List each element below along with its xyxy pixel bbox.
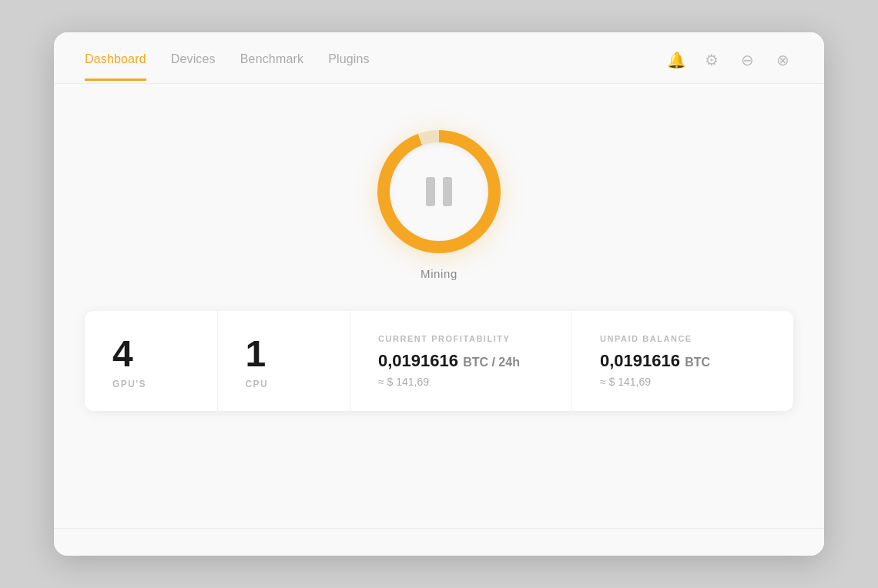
balance-btc: 0,0191616 BTC [600, 351, 766, 371]
nav-dashboard[interactable]: Dashboard [85, 52, 146, 81]
mining-button[interactable] [377, 130, 501, 253]
main-content: Mining 4 GPU'S 1 CPU CURRENT PROFITABILI… [54, 84, 824, 528]
pause-icon [426, 177, 452, 206]
profitability-unit: BTC / 24h [463, 356, 520, 369]
minimize-icon[interactable]: ⊖ [736, 49, 758, 71]
nav-devices[interactable]: Devices [171, 52, 216, 81]
profitability-title: CURRENT PROFITABILITY [378, 334, 544, 343]
mining-label: Mining [421, 267, 457, 280]
nav-benchmark[interactable]: Benchmark [240, 52, 303, 81]
gpu-label: GPU'S [112, 379, 196, 389]
app-window: Dashboard Devices Benchmark Plugins 🔔 ⚙ … [54, 32, 824, 556]
stat-balance: UNPAID BALANCE 0,0191616 BTC ≈ $ 141,69 [572, 311, 793, 411]
nav-bar: Dashboard Devices Benchmark Plugins 🔔 ⚙ … [54, 32, 824, 84]
cpu-count: 1 [246, 336, 329, 373]
pause-bar-left [426, 177, 435, 206]
close-icon[interactable]: ⊗ [772, 49, 793, 71]
profitability-usd: ≈ $ 141,69 [378, 376, 544, 388]
stat-cpu: 1 CPU [218, 311, 351, 411]
stat-gpu: 4 GPU'S [85, 311, 218, 411]
gpu-count: 4 [112, 336, 196, 373]
balance-unit: BTC [685, 356, 710, 369]
profitability-btc: 0,0191616 BTC / 24h [378, 351, 544, 371]
stat-profitability: CURRENT PROFITABILITY 0,0191616 BTC / 24… [350, 311, 572, 411]
pause-bar-right [443, 177, 452, 206]
cpu-label: CPU [246, 379, 329, 389]
balance-usd: ≈ $ 141,69 [600, 376, 766, 388]
nav-plugins[interactable]: Plugins [328, 52, 370, 81]
window-controls: 🔔 ⚙ ⊖ ⊗ [665, 49, 793, 83]
mining-circle-inner [390, 142, 488, 241]
mining-button-wrapper: Mining [377, 130, 501, 280]
stats-row: 4 GPU'S 1 CPU CURRENT PROFITABILITY 0,01… [85, 311, 793, 411]
balance-title: UNPAID BALANCE [600, 334, 766, 343]
nav-links: Dashboard Devices Benchmark Plugins [85, 52, 370, 81]
gear-icon[interactable]: ⚙ [701, 49, 722, 71]
bell-icon[interactable]: 🔔 [665, 49, 687, 71]
bottom-bar [54, 528, 824, 556]
